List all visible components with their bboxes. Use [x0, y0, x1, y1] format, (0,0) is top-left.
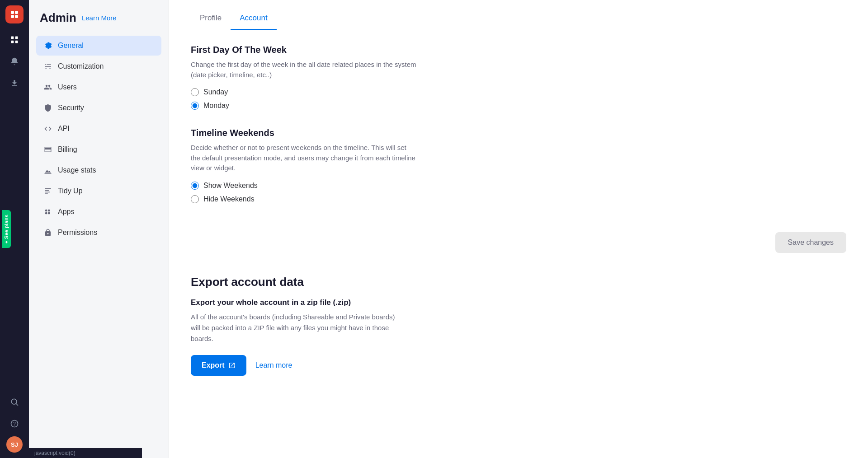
radio-monday-label: Monday	[203, 102, 229, 110]
export-button[interactable]: Export	[191, 355, 246, 376]
svg-text:?: ?	[13, 421, 16, 426]
card-icon	[43, 145, 52, 154]
gear-icon	[43, 41, 52, 50]
sidebar-item-label-apps: Apps	[58, 208, 74, 216]
radio-hide-weekends-input[interactable]	[191, 195, 199, 203]
external-link-icon	[228, 362, 236, 369]
svg-rect-3	[15, 15, 18, 18]
timeline-weekends-description: Decide whether or not to present weekend…	[191, 143, 417, 173]
sidebar-item-security[interactable]: Security	[36, 98, 161, 118]
export-sub-title: Export your whole account in a zip file …	[191, 298, 846, 307]
save-btn-row: Save changes	[191, 232, 846, 253]
svg-rect-0	[11, 11, 14, 14]
export-button-label: Export	[202, 361, 225, 369]
radio-show-weekends-input[interactable]	[191, 182, 199, 190]
sidebar-item-api[interactable]: API	[36, 119, 161, 139]
tabs: Profile Account	[191, 0, 846, 30]
icon-bar-bottom: ? SJ	[5, 393, 24, 453]
sidebar-item-usage-stats[interactable]: Usage stats	[36, 160, 161, 180]
sidebar-item-label-permissions: Permissions	[58, 229, 97, 237]
nav-search-icon[interactable]	[5, 393, 24, 411]
tab-profile[interactable]: Profile	[191, 7, 231, 30]
export-learn-more-link[interactable]: Learn more	[255, 361, 292, 369]
timeline-weekends-title: Timeline Weekends	[191, 128, 846, 138]
timeline-radio-group: Show Weekends Hide Weekends	[191, 182, 846, 203]
apps-icon	[43, 207, 52, 216]
code-icon	[43, 124, 52, 133]
export-btn-row: Export Learn more	[191, 355, 846, 376]
radio-monday-input[interactable]	[191, 102, 199, 110]
svg-rect-14	[45, 192, 50, 193]
tidy-icon	[43, 187, 52, 196]
status-bar: javascript:void(0)	[29, 448, 142, 458]
users-icon	[43, 83, 52, 92]
radio-show-weekends[interactable]: Show Weekends	[191, 182, 846, 190]
sliders-icon	[43, 62, 52, 71]
sidebar-item-users[interactable]: Users	[36, 77, 161, 97]
radio-monday[interactable]: Monday	[191, 102, 846, 110]
sidebar-learn-more[interactable]: Learn More	[82, 14, 117, 22]
radio-hide-weekends-label: Hide Weekends	[203, 195, 255, 203]
svg-rect-2	[11, 15, 14, 18]
first-day-radio-group: Sunday Monday	[191, 88, 846, 110]
sidebar-item-permissions[interactable]: Permissions	[36, 223, 161, 243]
sidebar-item-label-tidy-up: Tidy Up	[58, 187, 83, 195]
radio-sunday-input[interactable]	[191, 88, 199, 96]
svg-rect-6	[11, 41, 14, 43]
icon-bar: + See plans ? SJ	[0, 0, 29, 458]
nav-grid-icon[interactable]	[5, 31, 24, 49]
svg-rect-12	[45, 188, 51, 189]
sidebar-item-label-billing: Billing	[58, 145, 77, 154]
svg-rect-5	[15, 37, 18, 39]
first-day-description: Change the first day of the week in the …	[191, 60, 417, 80]
shield-icon	[43, 103, 52, 112]
user-avatar[interactable]: SJ	[6, 436, 23, 453]
sidebar-item-customization[interactable]: Customization	[36, 56, 161, 76]
sidebar: Admin Learn More General Customization U…	[29, 0, 169, 458]
first-day-title: First Day Of The Week	[191, 45, 846, 55]
lock-icon	[43, 228, 52, 237]
sidebar-item-label-security: Security	[58, 104, 84, 112]
radio-hide-weekends[interactable]: Hide Weekends	[191, 195, 846, 203]
radio-sunday[interactable]: Sunday	[191, 88, 846, 96]
sidebar-item-tidy-up[interactable]: Tidy Up	[36, 181, 161, 201]
nav-download-icon[interactable]	[5, 74, 24, 92]
sidebar-nav: General Customization Users Security	[36, 36, 161, 243]
nav-help-icon[interactable]: ?	[5, 415, 24, 433]
svg-rect-4	[11, 37, 14, 39]
app-logo[interactable]	[5, 5, 24, 23]
svg-rect-15	[45, 193, 48, 194]
radio-show-weekends-label: Show Weekends	[203, 182, 258, 190]
svg-line-9	[16, 404, 18, 406]
svg-rect-7	[15, 41, 18, 43]
radio-sunday-label: Sunday	[203, 88, 228, 96]
main-content: Profile Account First Day Of The Week Ch…	[169, 0, 868, 458]
chart-icon	[43, 166, 52, 175]
export-title: Export account data	[191, 275, 846, 289]
save-changes-button[interactable]: Save changes	[775, 232, 846, 253]
export-section: Export account data Export your whole ac…	[191, 275, 846, 390]
nav-bell-icon[interactable]	[5, 52, 24, 70]
sidebar-item-label-customization: Customization	[58, 62, 104, 70]
see-plans-tab[interactable]: + See plans	[2, 210, 11, 248]
sidebar-item-label-usage-stats: Usage stats	[58, 166, 96, 174]
sidebar-item-label-users: Users	[58, 83, 77, 91]
export-description: All of the account's boards (including S…	[191, 312, 399, 344]
section-divider	[191, 264, 846, 264]
first-day-section: First Day Of The Week Change the first d…	[191, 45, 846, 128]
sidebar-item-label-api: API	[58, 125, 70, 133]
sidebar-title: Admin	[40, 11, 76, 25]
tab-account[interactable]: Account	[231, 7, 276, 30]
sidebar-item-apps[interactable]: Apps	[36, 202, 161, 222]
timeline-weekends-section: Timeline Weekends Decide whether or not …	[191, 128, 846, 221]
svg-rect-1	[15, 11, 18, 14]
sidebar-item-general[interactable]: General	[36, 36, 161, 56]
sidebar-item-label-general: General	[58, 42, 84, 50]
svg-rect-13	[45, 190, 49, 191]
sidebar-header: Admin Learn More	[36, 11, 161, 25]
sidebar-item-billing[interactable]: Billing	[36, 140, 161, 159]
